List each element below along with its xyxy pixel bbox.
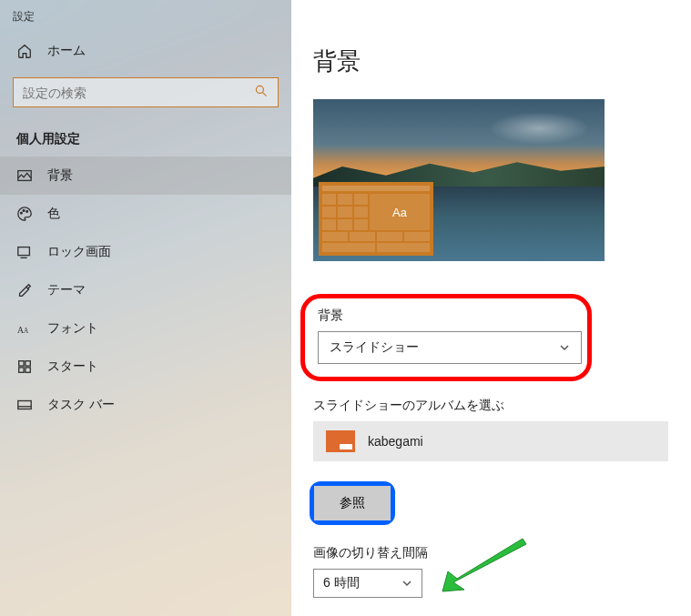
nav-label: フォント — [47, 320, 98, 337]
preview-start-overlay: Aa — [319, 182, 433, 256]
svg-rect-12 — [18, 401, 31, 409]
background-type-value: スライドショー — [330, 339, 419, 356]
theme-icon — [16, 282, 33, 298]
browse-button[interactable]: 参照 — [314, 486, 391, 520]
page-title: 背景 — [313, 45, 691, 77]
svg-point-2 — [21, 212, 23, 214]
search-input[interactable] — [23, 86, 254, 100]
svg-rect-9 — [25, 361, 30, 366]
chevron-down-icon — [401, 578, 412, 589]
main-content: 背景 Aa 背景 スライドショー — [291, 0, 691, 616]
font-icon: AA — [16, 320, 33, 337]
nav-label: 色 — [47, 206, 60, 222]
svg-rect-5 — [18, 247, 30, 256]
nav-home[interactable]: ホーム — [0, 32, 291, 70]
chevron-down-icon — [559, 342, 570, 353]
annotation-blue-box: 参照 — [310, 481, 395, 525]
nav-themes[interactable]: テーマ — [0, 271, 291, 309]
picture-icon — [16, 167, 33, 184]
home-icon — [16, 43, 33, 59]
nav-start[interactable]: スタート — [0, 348, 291, 386]
nav-label: タスク バー — [47, 397, 115, 413]
nav-label: テーマ — [47, 282, 86, 298]
svg-point-3 — [23, 210, 25, 212]
album-folder-item[interactable]: kabegami — [313, 421, 668, 461]
lockscreen-icon — [16, 244, 33, 260]
background-type-dropdown[interactable]: スライドショー — [318, 331, 582, 364]
album-label: スライドショーのアルバムを選ぶ — [313, 398, 691, 414]
start-icon — [16, 358, 33, 375]
album-folder-name: kabegami — [368, 434, 423, 449]
svg-point-4 — [26, 210, 28, 212]
nav-home-label: ホーム — [47, 43, 86, 59]
interval-value: 6 時間 — [323, 575, 360, 591]
svg-rect-10 — [19, 368, 24, 372]
svg-rect-11 — [25, 368, 30, 372]
nav-label: ロック画面 — [47, 244, 111, 260]
app-title: 設定 — [0, 0, 291, 32]
preview-sample-text: Aa — [370, 194, 430, 230]
sidebar: 設定 ホーム 個人用設定 背景 色 ロック画面 テーマ — [0, 0, 291, 616]
nav-label: 背景 — [47, 167, 73, 184]
section-personalization: 個人用設定 — [0, 124, 291, 157]
interval-dropdown[interactable]: 6 時間 — [313, 569, 422, 598]
nav-taskbar[interactable]: タスク バー — [0, 386, 291, 424]
nav-fonts[interactable]: AA フォント — [0, 309, 291, 348]
nav-colors[interactable]: 色 — [0, 195, 291, 233]
folder-icon — [326, 430, 355, 452]
search-box[interactable] — [13, 77, 279, 107]
nav-background[interactable]: 背景 — [0, 157, 291, 195]
svg-rect-8 — [19, 361, 24, 366]
nav-label: スタート — [47, 358, 98, 375]
interval-label: 画像の切り替え間隔 — [313, 545, 691, 561]
annotation-red-box: 背景 スライドショー — [300, 294, 592, 381]
search-icon — [254, 84, 269, 101]
nav-lockscreen[interactable]: ロック画面 — [0, 233, 291, 271]
background-type-label: 背景 — [318, 308, 574, 324]
svg-text:A: A — [24, 328, 29, 335]
svg-point-0 — [256, 86, 263, 93]
desktop-preview: Aa — [313, 99, 605, 261]
taskbar-icon — [16, 397, 33, 413]
palette-icon — [16, 206, 33, 222]
